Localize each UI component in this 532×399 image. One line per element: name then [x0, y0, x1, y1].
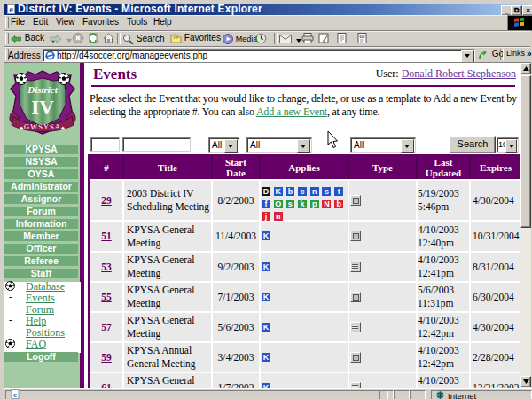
- svg-text:District: District: [27, 84, 59, 95]
- svg-text:◆GWSYSA◆: ◆GWSYSA◆: [20, 122, 66, 131]
- svg-text:e: e: [9, 4, 13, 14]
- svg-text:e: e: [13, 390, 17, 399]
- svg-text:IV: IV: [31, 97, 54, 119]
